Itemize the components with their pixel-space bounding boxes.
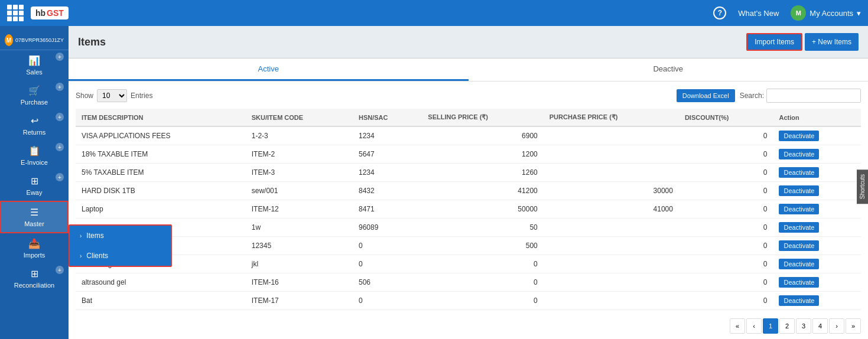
cell-action: Deactivate [773, 273, 861, 292]
deactivate-button[interactable]: Deactivate [779, 167, 819, 178]
table-row: Laptop ITEM-12 8471 50000 41000 0 Deacti… [76, 200, 861, 219]
table-row: Bat ITEM-17 0 0 0 Deactivate [76, 292, 861, 310]
whats-new-link[interactable]: What's New [738, 9, 779, 18]
app-logo[interactable]: hb GST [31, 6, 69, 19]
cell-discount: 0 [679, 126, 773, 145]
pagination-page-1[interactable]: 1 [763, 318, 778, 334]
cell-hsn: 0 [353, 255, 422, 273]
col-header-discount: DISCOUNT(%) [679, 109, 773, 126]
deactivate-button[interactable]: Deactivate [779, 240, 819, 251]
chevron-right-icon: › [80, 233, 82, 239]
show-label: Show [76, 92, 93, 100]
cell-selling: 0 [422, 273, 543, 292]
import-items-button[interactable]: Import Items [746, 33, 802, 51]
cell-hsn: 8471 [353, 200, 422, 219]
sales-plus-icon[interactable]: + [56, 53, 64, 61]
tab-active[interactable]: Active [69, 58, 469, 81]
master-icon: ☰ [30, 207, 38, 218]
entries-label: Entries [131, 92, 152, 100]
purchase-plus-icon[interactable]: + [56, 83, 64, 91]
sidebar-item-sales[interactable]: + 📊 Sales [0, 50, 69, 80]
sidebar: M 07BVRPR3650J1ZY + 📊 Sales + 🛒 Purchase… [0, 26, 69, 339]
top-nav: hb GST ? What's New M My Accounts ▾ [0, 0, 868, 26]
cell-description: Laptop [76, 200, 246, 219]
pagination-page-4[interactable]: 4 [812, 318, 828, 334]
pagination-next[interactable]: › [829, 318, 844, 334]
pagination-last[interactable]: » [846, 318, 861, 334]
chevron-right-icon-2: › [80, 253, 82, 259]
cell-description: Bat [76, 292, 246, 310]
pagination-first[interactable]: « [730, 318, 745, 334]
deactivate-button[interactable]: Deactivate [779, 277, 819, 288]
table-row: silver ring jkl 0 0 0 Deactivate [76, 255, 861, 273]
grid-menu-icon[interactable] [7, 5, 24, 21]
sidebar-item-master[interactable]: ☰ Master [0, 201, 69, 233]
search-input[interactable] [766, 89, 861, 103]
deactivate-button[interactable]: Deactivate [779, 204, 819, 214]
logo-hb: hb [35, 8, 45, 18]
cell-discount: 0 [679, 182, 773, 200]
cell-selling: 1260 [422, 164, 543, 182]
deactivate-button[interactable]: Deactivate [779, 149, 819, 159]
table-row: VISA APPLICATIONS FEES 1-2-3 1234 6900 0… [76, 126, 861, 145]
shortcuts-bar[interactable]: Shortcuts [857, 170, 868, 204]
reconciliation-plus-icon[interactable]: + [56, 266, 64, 274]
account-badge[interactable]: M 07BVRPR3650J1ZY [0, 31, 69, 50]
cell-purchase [544, 126, 679, 145]
sales-icon: 📊 [28, 55, 40, 66]
pagination-page-2[interactable]: 2 [779, 318, 795, 334]
cell-hsn: 1234 [353, 126, 422, 145]
table-right-controls: Download Excel Search: [677, 89, 861, 103]
master-menu-item-clients[interactable]: › Clients [70, 246, 171, 266]
deactivate-button[interactable]: Deactivate [779, 185, 819, 196]
table-row: altrasound gel ITEM-16 506 0 0 Deactivat… [76, 273, 861, 292]
entries-select[interactable]: 10 25 50 100 [97, 89, 127, 102]
cell-sku: ITEM-17 [246, 292, 353, 310]
cell-purchase: 41000 [544, 200, 679, 219]
cell-description: VISA APPLICATIONS FEES [76, 126, 246, 145]
sidebar-label-purchase: Purchase [21, 99, 48, 106]
deactivate-button[interactable]: Deactivate [779, 259, 819, 269]
tab-deactive[interactable]: Deactive [469, 58, 869, 81]
sidebar-label-reconciliation: Reconciliation [14, 282, 54, 289]
download-excel-button[interactable]: Download Excel [677, 89, 735, 102]
logo-gst: GST [47, 8, 64, 18]
app-layout: M 07BVRPR3650J1ZY + 📊 Sales + 🛒 Purchase… [0, 26, 868, 339]
sidebar-item-reconciliation[interactable]: + ⊞ Reconciliation [0, 263, 69, 294]
col-header-hsn: HSN/SAC [353, 109, 422, 126]
sidebar-item-returns[interactable]: + ↩ Returns [0, 110, 69, 141]
cell-description: 5% TAXABLE ITEM [76, 164, 246, 182]
pagination-page-3[interactable]: 3 [796, 318, 811, 334]
cell-purchase: 30000 [544, 182, 679, 200]
sidebar-item-imports[interactable]: 📥 Imports [0, 233, 69, 263]
sidebar-label-eway: Eway [27, 189, 43, 196]
cell-selling: 50 [422, 219, 543, 237]
master-menu-item-items[interactable]: › Items [70, 226, 171, 246]
pagination-prev[interactable]: ‹ [746, 318, 762, 334]
cell-selling: 0 [422, 255, 543, 273]
imports-icon: 📥 [28, 238, 40, 249]
sidebar-item-purchase[interactable]: + 🛒 Purchase [0, 80, 69, 110]
my-accounts-menu[interactable]: M My Accounts ▾ [791, 5, 861, 21]
deactivate-button[interactable]: Deactivate [779, 131, 819, 141]
tabs-bar: Active Deactive [69, 58, 868, 82]
reconciliation-icon: ⊞ [31, 268, 38, 279]
deactivate-button[interactable]: Deactivate [779, 222, 819, 233]
cell-action: Deactivate [773, 164, 861, 182]
page-title: Items [78, 36, 106, 48]
table-area: Show 10 25 50 100 Entries Download Excel… [69, 82, 868, 339]
einvoice-plus-icon[interactable]: + [56, 143, 64, 151]
einvoice-icon: 📋 [28, 145, 40, 157]
table-row: 18% TAXABLE ITEM ITEM-2 5647 1200 0 Deac… [76, 145, 861, 164]
sidebar-item-einvoice[interactable]: + 📋 E-Invoice [0, 141, 69, 171]
cell-sku: ITEM-16 [246, 273, 353, 292]
sidebar-item-eway[interactable]: + ⊞ Eway [0, 171, 69, 201]
help-icon[interactable]: ? [713, 6, 726, 19]
cell-description: 18% TAXABLE ITEM [76, 145, 246, 164]
top-nav-right: ? What's New M My Accounts ▾ [713, 5, 861, 21]
returns-plus-icon[interactable]: + [56, 113, 64, 121]
deactivate-button[interactable]: Deactivate [779, 295, 819, 306]
cell-sku: ITEM-12 [246, 200, 353, 219]
eway-plus-icon[interactable]: + [56, 173, 64, 181]
new-items-button[interactable]: + New Items [805, 33, 859, 51]
